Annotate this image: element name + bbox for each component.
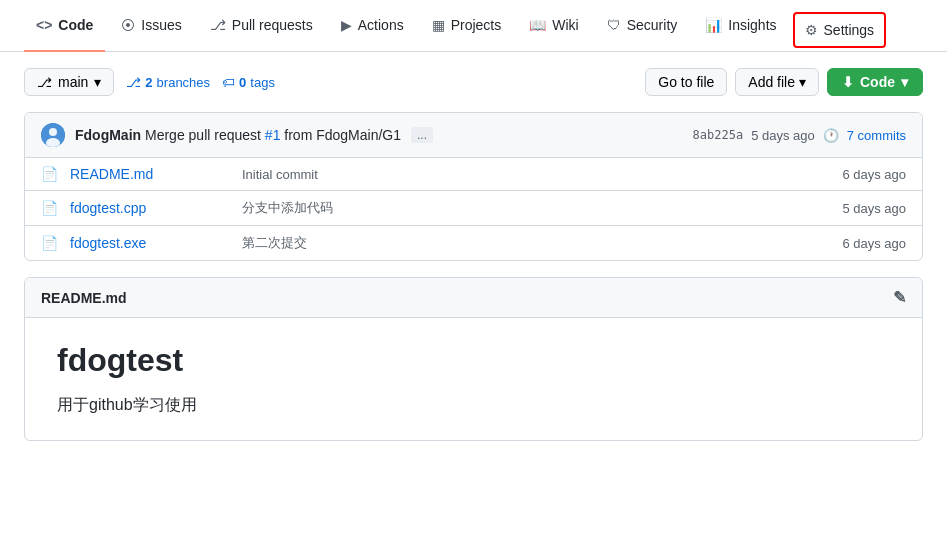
- readme-title: README.md: [41, 290, 127, 306]
- go-to-file-button[interactable]: Go to file: [645, 68, 727, 96]
- branch-count-icon: ⎇: [126, 75, 141, 90]
- pr-icon: ⎇: [210, 17, 226, 33]
- top-nav: <> Code ⦿ Issues ⎇ Pull requests ▶ Actio…: [0, 0, 947, 52]
- commit-sha: 8ab225a: [693, 128, 744, 142]
- tab-pull-requests[interactable]: ⎇ Pull requests: [198, 0, 325, 52]
- commit-time: 5 days ago: [751, 128, 815, 143]
- branches-link[interactable]: ⎇ 2 branches: [126, 75, 210, 90]
- file-icon: 📄: [41, 200, 58, 216]
- avatar: [41, 123, 65, 147]
- commits-link[interactable]: 7 commits: [847, 128, 906, 143]
- branch-icon: ⎇: [37, 75, 52, 90]
- tab-issues[interactable]: ⦿ Issues: [109, 0, 193, 52]
- code-button[interactable]: ⬇ Code ▾: [827, 68, 923, 96]
- edit-icon[interactable]: ✎: [893, 288, 906, 307]
- file-time: 5 days ago: [842, 201, 906, 216]
- file-icon: 📄: [41, 166, 58, 182]
- commit-more-button[interactable]: ...: [411, 127, 433, 143]
- pr-link[interactable]: #1: [265, 127, 281, 143]
- readme-section: README.md ✎ fdogtest 用于github学习使用: [24, 277, 923, 441]
- toolbar: ⎇ main ▾ ⎇ 2 branches 🏷 0 tags Go to fil…: [0, 52, 947, 112]
- tab-settings[interactable]: ⚙ Settings: [793, 12, 887, 48]
- wiki-icon: 📖: [529, 17, 546, 33]
- dropdown-icon: ▾: [94, 74, 101, 90]
- file-row: 📄 README.md Initial commit 6 days ago: [25, 158, 922, 191]
- commit-header-row: FdogMain Merge pull request #1 from Fdog…: [25, 113, 922, 158]
- tab-projects[interactable]: ▦ Projects: [420, 0, 514, 52]
- code-icon: <>: [36, 17, 52, 33]
- history-icon: 🕐: [823, 128, 839, 143]
- file-name-readme[interactable]: README.md: [70, 166, 230, 182]
- file-time: 6 days ago: [842, 236, 906, 251]
- tab-actions[interactable]: ▶ Actions: [329, 0, 416, 52]
- readme-header: README.md ✎: [25, 278, 922, 318]
- tags-link[interactable]: 🏷 0 tags: [222, 75, 275, 90]
- file-table: FdogMain Merge pull request #1 from Fdog…: [24, 112, 923, 261]
- actions-icon: ▶: [341, 17, 352, 33]
- add-file-dropdown-icon: ▾: [799, 74, 806, 90]
- file-icon: 📄: [41, 235, 58, 251]
- commit-header-left: FdogMain Merge pull request #1 from Fdog…: [41, 123, 433, 147]
- commit-message: FdogMain Merge pull request #1 from Fdog…: [75, 127, 401, 143]
- file-commit-msg: Initial commit: [242, 167, 830, 182]
- readme-heading: fdogtest: [57, 342, 890, 379]
- commit-header-right: 8ab225a 5 days ago 🕐 7 commits: [693, 128, 906, 143]
- code-dropdown-icon: ▾: [901, 74, 908, 90]
- tab-insights[interactable]: 📊 Insights: [693, 0, 788, 52]
- file-name-exe[interactable]: fdogtest.exe: [70, 235, 230, 251]
- projects-icon: ▦: [432, 17, 445, 33]
- add-file-button[interactable]: Add file ▾: [735, 68, 819, 96]
- issues-icon: ⦿: [121, 17, 135, 33]
- tab-security[interactable]: 🛡 Security: [595, 0, 690, 52]
- file-time: 6 days ago: [842, 167, 906, 182]
- insights-icon: 📊: [705, 17, 722, 33]
- file-commit-msg: 分支中添加代码: [242, 199, 830, 217]
- tab-wiki[interactable]: 📖 Wiki: [517, 0, 590, 52]
- toolbar-left: ⎇ main ▾ ⎇ 2 branches 🏷 0 tags: [24, 68, 275, 96]
- tab-code[interactable]: <> Code: [24, 0, 105, 52]
- file-row: 📄 fdogtest.exe 第二次提交 6 days ago: [25, 226, 922, 260]
- toolbar-right: Go to file Add file ▾ ⬇ Code ▾: [645, 68, 923, 96]
- readme-content: fdogtest 用于github学习使用: [25, 318, 922, 440]
- settings-icon: ⚙: [805, 22, 818, 38]
- branch-selector[interactable]: ⎇ main ▾: [24, 68, 114, 96]
- svg-point-1: [49, 128, 57, 136]
- file-commit-msg: 第二次提交: [242, 234, 830, 252]
- readme-description: 用于github学习使用: [57, 395, 890, 416]
- download-icon: ⬇: [842, 74, 854, 90]
- tag-icon: 🏷: [222, 75, 235, 90]
- security-icon: 🛡: [607, 17, 621, 33]
- file-name-cpp[interactable]: fdogtest.cpp: [70, 200, 230, 216]
- file-row: 📄 fdogtest.cpp 分支中添加代码 5 days ago: [25, 191, 922, 226]
